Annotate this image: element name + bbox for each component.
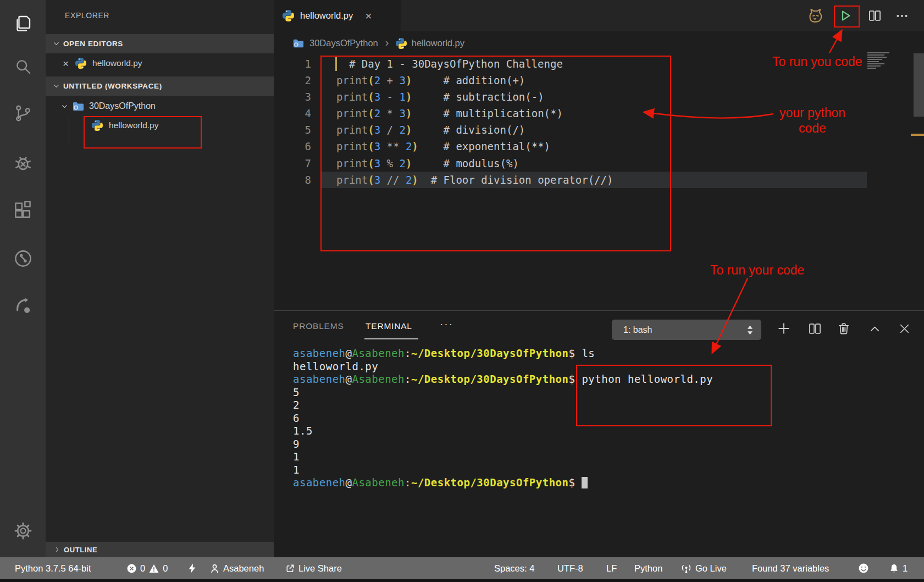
language-status[interactable]: Python: [634, 557, 662, 579]
spaces-status[interactable]: Spaces: 4: [494, 557, 534, 579]
breadcrumb-folder[interactable]: 30DaysOfPython: [309, 38, 378, 48]
tab-title: helloworld.py: [300, 10, 353, 21]
person-icon: [209, 563, 220, 574]
extensions-icon[interactable]: [0, 200, 46, 221]
breadcrumb: 30DaysOfPython helloworld.py: [274, 31, 924, 55]
folder-icon: [292, 37, 305, 50]
tree-folder-label: 30DaysOfPython: [89, 101, 156, 111]
minimap[interactable]: [867, 52, 894, 70]
line-number: 3: [274, 89, 311, 105]
search-icon[interactable]: [0, 57, 46, 76]
annotation-python-code-label: your pythoncode: [774, 105, 851, 136]
broadcast-icon: [680, 563, 692, 574]
folder-icon: [71, 100, 85, 113]
terminal-line: asabeneh@Asabeneh:~/Desktop/30DaysOfPyth…: [293, 476, 713, 490]
editor-scrollbar[interactable]: [914, 53, 924, 117]
vscode-window: EXPLORER OPEN EDITORS × helloworld.py UN…: [0, 0, 924, 582]
code-editor[interactable]: # Day 1 - 30DaysOfPython Challengeprint(…: [336, 56, 613, 188]
panel-divider[interactable]: [274, 310, 924, 311]
python-file-icon: [92, 120, 103, 131]
line-number: 4: [274, 105, 311, 122]
close-panel-icon[interactable]: [897, 321, 912, 336]
python-file-icon: [396, 38, 407, 49]
chevron-down-icon: [52, 82, 60, 90]
tree-folder-row[interactable]: 30DaysOfPython: [46, 97, 274, 116]
new-terminal-icon[interactable]: [776, 320, 792, 337]
terminal-line: 2: [293, 399, 713, 412]
split-terminal-icon[interactable]: [807, 321, 822, 336]
panel-more-icon[interactable]: ···: [440, 318, 453, 330]
explorer-sidebar: EXPLORER OPEN EDITORS × helloworld.py UN…: [46, 0, 274, 557]
terminal-line: 1.5: [293, 425, 713, 438]
open-editor-item[interactable]: × helloworld.py: [46, 53, 274, 73]
error-icon: [126, 563, 137, 574]
shell-selector-dropdown[interactable]: 1: bash: [612, 320, 761, 340]
code-line: # Day 1 - 30DaysOfPython Challenge: [336, 56, 613, 72]
notifications-status[interactable]: 1: [889, 557, 908, 579]
terminal-line: 9: [293, 438, 713, 451]
run-python-file-icon[interactable]: [838, 8, 853, 23]
outline-header[interactable]: OUTLINE: [46, 542, 274, 557]
feedback-smiley-icon[interactable]: [858, 557, 869, 579]
chevron-down-icon: [52, 40, 60, 48]
problems-status[interactable]: 0 0: [126, 557, 168, 579]
eol-status[interactable]: LF: [606, 557, 617, 579]
gitlens-icon[interactable]: [0, 248, 46, 269]
tab-problems[interactable]: PROBLEMS: [293, 321, 344, 331]
kill-terminal-trash-icon[interactable]: [836, 321, 851, 336]
tab-helloworld[interactable]: helloworld.py ×: [274, 0, 401, 31]
live-share-status[interactable]: Live Share: [285, 557, 342, 579]
editor-caret: [335, 57, 337, 71]
go-live-status[interactable]: Go Live: [680, 557, 727, 579]
window-bottom-edge: [0, 579, 924, 582]
settings-gear-icon[interactable]: [0, 520, 46, 541]
status-bar: Python 3.7.5 64-bit 0 0 Asabeneh Live Sh…: [0, 557, 924, 579]
debug-icon[interactable]: [0, 152, 46, 173]
variables-status[interactable]: Found 37 variables: [752, 557, 829, 579]
line-number: 6: [274, 138, 311, 155]
user-status[interactable]: Asabeneh: [209, 557, 264, 579]
tree-file-row[interactable]: helloworld.py: [46, 116, 274, 135]
tab-close-icon[interactable]: ×: [365, 9, 372, 23]
tree-file-label: helloworld.py: [109, 120, 158, 130]
line-number: 5: [274, 122, 311, 138]
code-line: print(3 // 2) # Floor division operator(…: [336, 172, 613, 188]
code-line: print(2 * 3) # multiplication(*): [336, 105, 613, 122]
sidebar-title: EXPLORER: [65, 11, 109, 20]
more-actions-icon[interactable]: [895, 9, 909, 23]
warning-icon: [148, 563, 159, 574]
terminal-output[interactable]: asabeneh@Asabeneh:~/Desktop/30DaysOfPyth…: [293, 347, 713, 490]
terminal-tab-underline: [364, 338, 418, 339]
tab-terminal[interactable]: TERMINAL: [366, 321, 412, 331]
breadcrumb-file[interactable]: helloworld.py: [412, 38, 464, 48]
maximize-panel-icon[interactable]: [867, 322, 882, 337]
updown-arrows-icon: [746, 324, 754, 336]
share-icon: [285, 563, 295, 574]
annotation-run-button-label: To run you code: [772, 54, 862, 69]
live-share-icon[interactable]: [0, 295, 46, 316]
code-line: print(3 % 2) # modulus(%): [336, 155, 613, 172]
open-editor-label: helloworld.py: [92, 58, 142, 68]
cat-extension-icon[interactable]: [806, 7, 823, 24]
annotation-run-terminal-label: To run your code: [710, 263, 804, 278]
line-number: 1: [274, 56, 311, 72]
python-interpreter-status[interactable]: Python 3.7.5 64-bit: [15, 557, 91, 579]
terminal-line: 5: [293, 386, 713, 399]
activity-bar: [0, 0, 46, 579]
line-number: 7: [274, 155, 311, 172]
code-line: print(3 ** 2) # exponential(**): [336, 138, 613, 155]
explorer-files-icon[interactable]: [0, 13, 46, 33]
source-control-icon[interactable]: [0, 103, 46, 123]
python-file-icon: [283, 10, 294, 21]
line-numbers: 12345678: [274, 56, 311, 188]
encoding-status[interactable]: UTF-8: [557, 557, 583, 579]
code-line: print(2 + 3) # addition(+): [336, 72, 613, 89]
open-editors-header[interactable]: OPEN EDITORS: [46, 34, 274, 53]
code-line: print(3 / 2) # division(/): [336, 122, 613, 138]
split-editor-icon[interactable]: [867, 8, 882, 23]
terminal-line: helloworld.py: [293, 360, 713, 374]
workspace-header[interactable]: UNTITLED (WORKSPACE): [46, 76, 274, 96]
flash-icon[interactable]: [187, 557, 197, 579]
close-icon[interactable]: ×: [63, 58, 69, 69]
code-line: print(3 - 1) # subtraction(-): [336, 89, 613, 105]
